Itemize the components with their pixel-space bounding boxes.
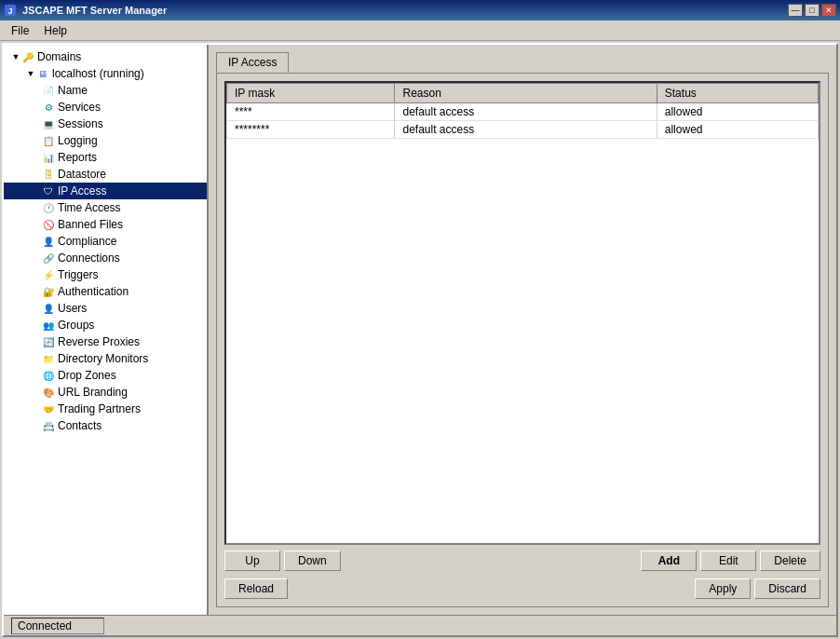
tree-item-reverse-proxies[interactable]: 🔄 Reverse Proxies [4, 333, 207, 350]
col-header-reason: Reason [395, 84, 657, 103]
tree-item-domains[interactable]: ▼ 🔑 Domains [4, 48, 207, 65]
tree-label-datastore: Datastore [58, 168, 106, 181]
tree-label-compliance: Compliance [58, 235, 116, 248]
tree-label-reports: Reports [58, 151, 97, 164]
right-panel: IP Access IP mask Reason Status *** [209, 45, 836, 615]
authentication-icon: 🔐 [41, 284, 56, 299]
menu-file[interactable]: File [4, 22, 36, 39]
tree-label-authentication: Authentication [58, 285, 129, 298]
contacts-icon: 📇 [41, 418, 56, 433]
tree-item-triggers[interactable]: ⚡ Triggers [4, 266, 207, 283]
localhost-icon: 🖥 [35, 66, 50, 81]
users-icon: 👤 [41, 301, 56, 316]
tree-item-trading-partners[interactable]: 🤝 Trading Partners [4, 401, 207, 417]
edit-button[interactable]: Edit [700, 551, 756, 571]
tree-item-services[interactable]: ⚙ Services [4, 99, 207, 116]
table-row[interactable]: ****default accessallowed [227, 103, 819, 121]
tree-label-name: Name [58, 84, 88, 97]
cell-ip_mask: ******** [227, 121, 395, 139]
tree-item-users[interactable]: 👤 Users [4, 300, 207, 317]
button-row-1: Up Down Add Edit Delete [224, 551, 820, 571]
minimize-button[interactable]: — [788, 4, 803, 17]
tree-item-url-branding[interactable]: 🎨 URL Branding [4, 384, 207, 401]
delete-button[interactable]: Delete [760, 551, 820, 571]
tree-label-url-branding: URL Branding [58, 386, 128, 399]
discard-button[interactable]: Discard [754, 578, 820, 599]
tree-item-ip-access[interactable]: 🛡 IP Access [4, 183, 207, 199]
crud-buttons: Add Edit Delete [641, 551, 820, 571]
tab-bar: IP Access [216, 52, 829, 73]
content-area: ▼ 🔑 Domains ▼ 🖥 localhost (running) 📄 Na… [4, 45, 836, 615]
compliance-icon: 👤 [41, 234, 56, 249]
title-bar: J JSCAPE MFT Server Manager — □ ✕ [0, 0, 840, 20]
up-button[interactable]: Up [224, 551, 280, 571]
tree-item-reports[interactable]: 📊 Reports [4, 149, 207, 166]
tree-item-localhost[interactable]: ▼ 🖥 localhost (running) [4, 65, 207, 82]
tree-label-groups: Groups [58, 319, 94, 332]
button-row-2: Reload Apply Discard [224, 578, 820, 599]
down-button[interactable]: Down [284, 551, 341, 571]
trading-partners-icon: 🤝 [41, 401, 56, 416]
services-icon: ⚙ [41, 100, 56, 115]
close-button[interactable]: ✕ [821, 4, 836, 17]
tree-item-banned-files[interactable]: 🚫 Banned Files [4, 216, 207, 233]
domains-icon: 🔑 [20, 49, 35, 64]
tree-label-banned-files: Banned Files [58, 218, 123, 231]
reports-icon: 📊 [41, 150, 56, 165]
tree-label-users: Users [58, 302, 87, 315]
tree-label-reverse-proxies: Reverse Proxies [58, 335, 140, 348]
cell-reason: default access [395, 121, 657, 139]
tab-ip-access[interactable]: IP Access [216, 52, 289, 73]
tree-item-authentication[interactable]: 🔐 Authentication [4, 283, 207, 300]
col-header-status: Status [657, 84, 818, 103]
tree-item-logging[interactable]: 📋 Logging [4, 132, 207, 149]
tree-item-contacts[interactable]: 📇 Contacts [4, 417, 207, 434]
tree-label-ip-access: IP Access [58, 184, 106, 197]
window-controls: — □ ✕ [788, 4, 836, 17]
main-window: ▼ 🔑 Domains ▼ 🖥 localhost (running) 📄 Na… [2, 43, 838, 637]
tree-panel: ▼ 🔑 Domains ▼ 🖥 localhost (running) 📄 Na… [4, 45, 209, 615]
tree-item-drop-zones[interactable]: 🌐 Drop Zones [4, 367, 207, 384]
apply-button[interactable]: Apply [695, 578, 751, 599]
tree-item-sessions[interactable]: 💻 Sessions [4, 116, 207, 132]
tree-item-compliance[interactable]: 👤 Compliance [4, 233, 207, 250]
cell-status: allowed [657, 103, 818, 121]
maximize-button[interactable]: □ [805, 4, 820, 17]
status-bar: Connected [4, 615, 836, 635]
tree-label-time-access: Time Access [58, 201, 121, 214]
status-text: Connected [11, 618, 104, 634]
triggers-icon: ⚡ [41, 267, 56, 282]
tree-label-domains: Domains [37, 50, 81, 63]
content-panel: IP mask Reason Status ****default access… [216, 73, 829, 607]
tree-item-time-access[interactable]: 🕐 Time Access [4, 199, 207, 216]
tree-label-directory-monitors: Directory Monitors [58, 352, 148, 365]
drop-zones-icon: 🌐 [41, 368, 56, 383]
banned-files-icon: 🚫 [41, 217, 56, 232]
cell-ip_mask: **** [227, 103, 395, 121]
ip-access-table: IP mask Reason Status ****default access… [226, 83, 819, 139]
ip-access-table-container: IP mask Reason Status ****default access… [224, 81, 820, 545]
tree-item-datastore[interactable]: 🗄 Datastore [4, 166, 207, 183]
sessions-icon: 💻 [41, 116, 56, 131]
add-button[interactable]: Add [641, 551, 697, 571]
connections-icon: 🔗 [41, 251, 56, 265]
table-row[interactable]: ********default accessallowed [227, 121, 819, 139]
tree-item-connections[interactable]: 🔗 Connections [4, 250, 207, 266]
expand-localhost-icon: ▼ [26, 69, 35, 78]
url-branding-icon: 🎨 [41, 385, 56, 400]
cell-reason: default access [395, 103, 657, 121]
window-title: JSCAPE MFT Server Manager [22, 5, 167, 16]
tree-item-directory-monitors[interactable]: 📁 Directory Monitors [4, 350, 207, 367]
reload-button[interactable]: Reload [224, 578, 288, 599]
tree-item-groups[interactable]: 👥 Groups [4, 317, 207, 333]
tree-label-contacts: Contacts [58, 419, 102, 432]
groups-icon: 👥 [41, 318, 56, 333]
app-icon: J [4, 3, 19, 18]
svg-text:J: J [7, 7, 12, 16]
tree-item-name[interactable]: 📄 Name [4, 82, 207, 99]
move-buttons: Up Down [224, 551, 341, 571]
tree-label-services: Services [58, 101, 101, 114]
cell-status: allowed [657, 121, 818, 139]
tree-label-trading-partners: Trading Partners [58, 402, 141, 415]
menu-help[interactable]: Help [36, 22, 75, 39]
